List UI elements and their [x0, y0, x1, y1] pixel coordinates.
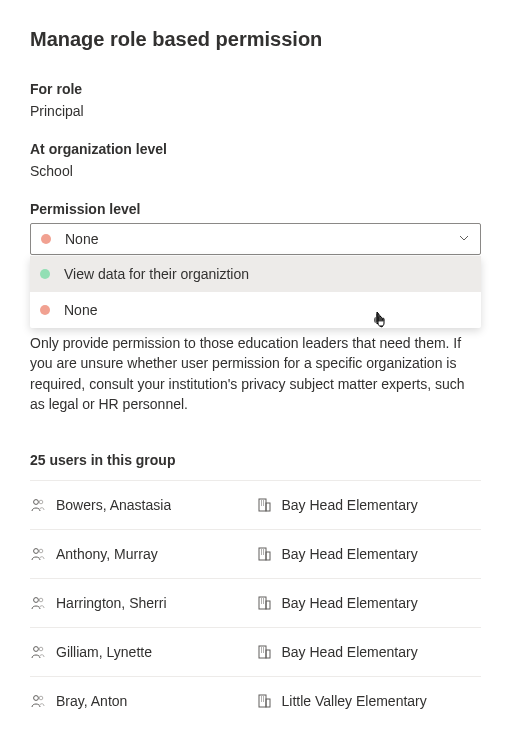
table-row: Gilliam, Lynette Bay Head Elementary: [30, 627, 481, 676]
user-name-cell: Bowers, Anastasia: [30, 497, 256, 513]
svg-rect-43: [266, 699, 270, 707]
user-name-cell: Harrington, Sherri: [30, 595, 256, 611]
svg-rect-33: [266, 650, 270, 658]
table-row: Harrington, Sherri Bay Head Elementary: [30, 578, 481, 627]
permission-dropdown: View data for their organiztion None: [30, 256, 481, 328]
person-icon: [30, 693, 46, 709]
user-org: Bay Head Elementary: [282, 644, 418, 660]
table-row: Bray, Anton Little Valley Elementary: [30, 676, 481, 725]
permission-selected-text: None: [65, 231, 470, 247]
svg-point-11: [39, 549, 43, 553]
user-name-cell: Anthony, Murray: [30, 546, 256, 562]
svg-point-20: [34, 598, 39, 603]
option-label: View data for their organiztion: [64, 266, 249, 282]
role-field: For role Principal: [30, 81, 481, 119]
user-name: Anthony, Murray: [56, 546, 158, 562]
user-name: Gilliam, Lynette: [56, 644, 152, 660]
svg-rect-23: [266, 601, 270, 609]
org-label: At organization level: [30, 141, 481, 157]
role-value: Principal: [30, 103, 481, 119]
user-org: Bay Head Elementary: [282, 595, 418, 611]
status-dot-icon: [41, 234, 51, 244]
status-dot-icon: [40, 269, 50, 279]
person-icon: [30, 497, 46, 513]
building-icon: [256, 546, 272, 562]
user-name-cell: Gilliam, Lynette: [30, 644, 256, 660]
permission-select[interactable]: None: [30, 223, 481, 255]
user-org-cell: Bay Head Elementary: [256, 644, 482, 660]
user-org-cell: Bay Head Elementary: [256, 595, 482, 611]
user-name: Bowers, Anastasia: [56, 497, 171, 513]
svg-rect-22: [259, 597, 266, 609]
svg-point-40: [34, 696, 39, 701]
permission-help-text: Only provide permission to those educati…: [30, 333, 481, 414]
chevron-down-icon: [458, 230, 470, 248]
svg-rect-3: [266, 503, 270, 511]
svg-rect-42: [259, 695, 266, 707]
svg-point-30: [34, 647, 39, 652]
person-icon: [30, 644, 46, 660]
role-label: For role: [30, 81, 481, 97]
person-icon: [30, 595, 46, 611]
svg-rect-12: [259, 548, 266, 560]
table-row: Bowers, Anastasia Bay Head Elementary: [30, 480, 481, 529]
svg-point-41: [39, 696, 43, 700]
svg-point-0: [34, 500, 39, 505]
svg-rect-32: [259, 646, 266, 658]
user-org: Bay Head Elementary: [282, 546, 418, 562]
permission-field: Permission level None View data for thei…: [30, 201, 481, 255]
page-title: Manage role based permission: [30, 28, 481, 51]
person-icon: [30, 546, 46, 562]
table-row: Anthony, Murray Bay Head Elementary: [30, 529, 481, 578]
users-table: Bowers, Anastasia Bay Head Elementary An…: [30, 480, 481, 725]
building-icon: [256, 595, 272, 611]
permission-option-none[interactable]: None: [30, 292, 481, 328]
user-name: Harrington, Sherri: [56, 595, 167, 611]
user-name: Bray, Anton: [56, 693, 127, 709]
user-org: Bay Head Elementary: [282, 497, 418, 513]
user-org: Little Valley Elementary: [282, 693, 427, 709]
svg-point-10: [34, 549, 39, 554]
org-field: At organization level School: [30, 141, 481, 179]
svg-point-21: [39, 598, 43, 602]
building-icon: [256, 497, 272, 513]
users-heading: 25 users in this group: [30, 452, 481, 468]
user-name-cell: Bray, Anton: [30, 693, 256, 709]
option-label: None: [64, 302, 97, 318]
org-value: School: [30, 163, 481, 179]
building-icon: [256, 644, 272, 660]
svg-rect-2: [259, 499, 266, 511]
user-org-cell: Bay Head Elementary: [256, 497, 482, 513]
status-dot-icon: [40, 305, 50, 315]
building-icon: [256, 693, 272, 709]
svg-rect-13: [266, 552, 270, 560]
permission-option-view[interactable]: View data for their organiztion: [30, 256, 481, 292]
svg-point-1: [39, 500, 43, 504]
permission-label: Permission level: [30, 201, 481, 217]
user-org-cell: Bay Head Elementary: [256, 546, 482, 562]
user-org-cell: Little Valley Elementary: [256, 693, 482, 709]
svg-point-31: [39, 647, 43, 651]
